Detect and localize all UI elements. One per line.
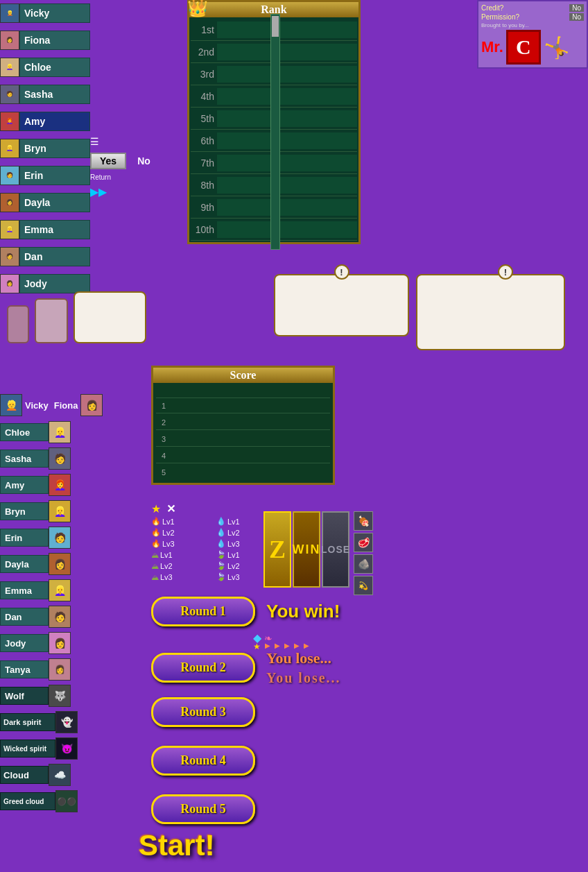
rank-name-9: [217, 199, 357, 216]
char-row-chloe: Chloe 👱‍♀️: [0, 420, 149, 445]
rank-num-10: 10th: [191, 224, 217, 235]
score-col-2: [241, 386, 271, 397]
char-name-chloe-b: Chloe: [0, 423, 49, 441]
char-item-sasha[interactable]: 🧑 Sasha: [0, 81, 90, 107]
round2-button[interactable]: Round 2: [151, 653, 255, 683]
char-item-dayla[interactable]: 👩 Dayla: [0, 189, 90, 215]
rank-name-5: [217, 110, 357, 127]
star-icon: ★: [151, 502, 161, 515]
rank-name-2: [217, 44, 357, 60]
char-row-emma: Emma 👱‍♀️: [0, 578, 149, 603]
round1-button[interactable]: Round 1: [151, 597, 255, 626]
level-label-1: Lv1: [162, 518, 175, 526]
avatar-erin: 🧑: [0, 166, 19, 185]
char-item-bryn[interactable]: 👱‍♀️ Bryn: [0, 135, 90, 161]
no-button[interactable]: No: [137, 155, 150, 166]
level-label-13: Lv2: [227, 562, 240, 570]
avatar-fiona: 👩: [0, 31, 19, 50]
level-label-14: Lv3: [160, 573, 173, 581]
avatar-amy: 👩‍🦰: [0, 112, 19, 131]
level-label-7: Lv3: [162, 540, 175, 548]
you-lose-text-2: You lose...: [266, 669, 341, 687]
score-rows: 1 2 3 4 5: [156, 398, 330, 480]
yes-no-row: Yes No: [90, 153, 150, 169]
avatar-jody: 👩: [0, 274, 19, 293]
char-row-cloud: Cloud ☁️: [0, 762, 149, 787]
earth-icon-1: ⛰: [151, 551, 159, 559]
avatar-emma: 👱‍♀️: [0, 220, 19, 239]
char-row-wolf: Wolf 🐺: [0, 683, 149, 708]
bubble-small: [35, 298, 68, 343]
char-name-sasha[interactable]: Sasha: [19, 85, 90, 104]
water-icon-3: 💧: [216, 539, 226, 548]
round3-button[interactable]: Round 3: [151, 697, 255, 727]
bubble-content-2: [416, 274, 565, 350]
mr-logo-row: Mr. C 🤸: [481, 30, 584, 65]
permission-row: Permission? No: [481, 13, 584, 21]
score-row-3: 3: [156, 431, 330, 447]
rank-num-7: 7th: [191, 157, 217, 169]
rank-scroll-thumb[interactable]: [272, 16, 279, 37]
score-row-1: 1: [156, 398, 330, 413]
char-item-dan[interactable]: 🧑 Dan: [0, 243, 90, 269]
round4-button[interactable]: Round 4: [151, 746, 255, 776]
char-name-amy[interactable]: Amy: [19, 112, 90, 131]
item-icon-1: 🍖: [354, 511, 373, 531]
lose-box: LOSE: [322, 511, 349, 588]
char-item-erin[interactable]: 🧑 Erin: [0, 162, 90, 188]
char-item-vicky[interactable]: 👱 Vicky: [0, 0, 90, 26]
mr-label: Mr.: [481, 38, 503, 56]
item-icons-col: 🍖 🥩 🪨 💫: [354, 511, 373, 595]
char-item-emma[interactable]: 👱‍♀️ Emma: [0, 216, 90, 242]
char-item-chloe[interactable]: 👱‍♀️ Chloe: [0, 54, 90, 80]
bubble-exclaim2: !: [416, 274, 565, 350]
rank-name-10: [217, 221, 357, 238]
start-label[interactable]: Start!: [139, 829, 215, 862]
earth-icon-3: ⛰: [151, 573, 159, 581]
round2-row: Round 2 You lose... You lose...: [151, 649, 341, 687]
level-label-8: Lv3: [227, 540, 240, 548]
char-row-amy: Amy 👩‍🦰: [0, 472, 149, 497]
avatar-greedcloud-b: ⚫⚫: [55, 790, 78, 812]
yes-button[interactable]: Yes: [90, 153, 126, 169]
char-row-tanya: Tanya 👩: [0, 657, 149, 682]
hamburger-icon[interactable]: ☰: [90, 136, 150, 147]
avatar-dan: 🧑: [0, 247, 19, 266]
char-name-emma[interactable]: Emma: [19, 220, 90, 239]
char-name-vicky[interactable]: Vicky: [19, 3, 90, 23]
char-item-fiona[interactable]: 👩 Fiona: [0, 27, 90, 53]
char-name-fiona[interactable]: Fiona: [19, 31, 90, 50]
bubble-tiny: [7, 305, 29, 343]
char-row-bryn: Bryn 👱‍♀️: [0, 499, 149, 524]
char-name-jody[interactable]: Jody: [19, 274, 90, 293]
avatar-sasha-b: 🧑: [49, 447, 71, 470]
avatar-chloe-b: 👱‍♀️: [49, 421, 71, 443]
round3-row: Round 3: [151, 697, 255, 727]
char-name-bryn[interactable]: Bryn: [19, 139, 90, 158]
rank-scrollbar[interactable]: [270, 14, 280, 250]
score-col-3: [271, 386, 301, 397]
score-row-num-5: 5: [156, 468, 166, 477]
bubble-exclaim: !: [274, 274, 409, 350]
rank-num-6: 6th: [191, 135, 217, 146]
char-row-dark-spirit: Dark spirit 👻: [0, 710, 149, 735]
rank-num-1: 1st: [191, 24, 217, 35]
char-name-erin-b: Erin: [0, 529, 49, 547]
z-letter: Z: [263, 511, 291, 588]
char-item-amy[interactable]: 👩‍🦰 Amy: [0, 108, 90, 134]
x-icon: ✕: [166, 502, 175, 515]
char-row-dan: Dan 🧑: [0, 604, 149, 629]
level-fire-lv3: 🔥 Lv3: [151, 539, 215, 548]
score-col-4: [300, 386, 330, 397]
char-name-dan[interactable]: Dan: [19, 247, 90, 266]
avatar-tanya-b: 👩: [49, 658, 71, 681]
level-earth-lv3: ⛰ Lv3: [151, 572, 215, 581]
play-arrows[interactable]: ▶▶: [90, 185, 150, 198]
char-name-dayla[interactable]: Dayla: [19, 193, 90, 212]
big-red-c-logo: C: [506, 30, 541, 65]
exclaim-mark-1: !: [334, 264, 349, 280]
round5-button[interactable]: Round 5: [151, 794, 255, 824]
char-name-erin[interactable]: Erin: [19, 166, 90, 185]
char-name-chloe[interactable]: Chloe: [19, 58, 90, 77]
you-lose-area: You lose... You lose...: [266, 649, 341, 687]
